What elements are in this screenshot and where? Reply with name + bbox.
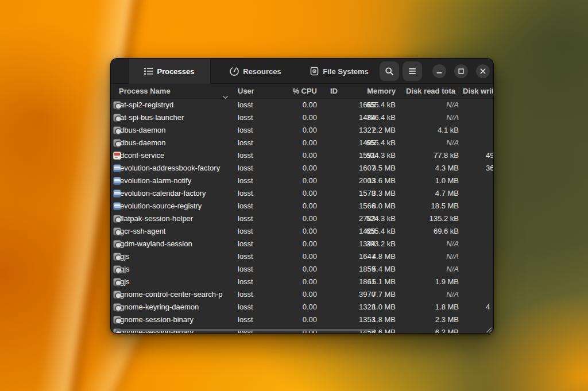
tab-resources[interactable]: Resources xyxy=(218,59,293,84)
process-row[interactable]: evolution-calendar-factory losst 0.00 15… xyxy=(111,187,493,200)
process-row[interactable]: evolution-addressbook-factory losst 0.00… xyxy=(111,162,493,175)
memory-cell: 13.6 MB xyxy=(351,175,396,187)
column-header-process-name[interactable]: Process Name xyxy=(119,84,171,99)
process-row[interactable]: gnome-session-binary losst 0.00 1353 1.8… xyxy=(111,313,493,326)
minimize-button[interactable] xyxy=(432,64,446,78)
cpu-cell: 0.00 xyxy=(277,175,317,187)
process-name-cell: dconf-service xyxy=(120,149,233,162)
tab-file-systems[interactable]: File Systems xyxy=(296,59,383,84)
process-list-icon xyxy=(144,67,153,75)
column-header-id[interactable]: ID xyxy=(330,84,338,99)
memory-cell: 7.7 MB xyxy=(351,288,396,301)
user-cell: losst xyxy=(238,301,271,313)
disk-read-cell: 2.3 MB xyxy=(401,313,459,326)
process-name-cell: gjs xyxy=(120,263,233,276)
disk-read-cell: 135.2 kB xyxy=(401,212,459,225)
disk-read-cell: N/A xyxy=(401,250,459,263)
process-row[interactable]: at-spi2-registryd losst 0.00 1665 655.4 … xyxy=(111,99,493,111)
process-row[interactable]: evolution-source-registry losst 0.00 156… xyxy=(111,200,493,212)
disk-read-cell: 77.8 kB xyxy=(401,149,459,162)
process-name-cell: dbus-daemon xyxy=(120,124,233,137)
disk-read-cell: 69.6 kB xyxy=(401,225,459,238)
memory-cell: 8.0 MB xyxy=(351,200,396,212)
cpu-cell: 0.00 xyxy=(277,200,317,212)
memory-cell: 393.2 kB xyxy=(351,238,396,250)
disk-read-cell: N/A xyxy=(401,288,459,301)
user-cell: losst xyxy=(238,149,271,162)
user-cell: losst xyxy=(238,175,271,187)
process-name-cell: evolution-source-registry xyxy=(120,200,233,212)
cpu-cell: 0.00 xyxy=(277,301,317,313)
process-name-cell: gjs xyxy=(120,250,233,263)
disk-icon xyxy=(310,67,319,76)
process-row[interactable]: gnome-control-center-search-p losst 0.00… xyxy=(111,288,493,301)
search-button[interactable] xyxy=(380,61,399,81)
memory-cell: 655.4 kB xyxy=(351,225,396,238)
column-header-cpu[interactable]: % CPU xyxy=(272,84,317,99)
window-resize-grip[interactable] xyxy=(485,325,492,332)
user-cell: losst xyxy=(238,276,271,288)
disk-read-cell: N/A xyxy=(401,238,459,250)
process-name-cell: gcr-ssh-agent xyxy=(120,225,233,238)
process-name-cell: gjs xyxy=(120,276,233,288)
process-row[interactable]: dbus-daemon losst 0.00 1495 655.4 kB N/A xyxy=(111,137,493,149)
speedometer-icon xyxy=(230,67,239,76)
column-header-user[interactable]: User xyxy=(238,84,254,99)
headerbar: Processes Resources File Systems xyxy=(111,59,493,84)
cpu-cell: 0.00 xyxy=(277,288,317,301)
process-row[interactable]: dconf-service losst 0.00 1591 524.3 kB 7… xyxy=(111,149,493,162)
process-row[interactable]: flatpak-session-helper losst 0.00 2783 5… xyxy=(111,212,493,225)
desktop: Processes Resources File Systems xyxy=(0,0,588,391)
process-row[interactable]: at-spi-bus-launcher losst 0.00 1484 786.… xyxy=(111,111,493,124)
cpu-cell: 0.00 xyxy=(277,111,317,124)
disk-read-cell: 1.8 MB xyxy=(401,301,459,313)
disk-read-cell: 6.2 MB xyxy=(401,326,459,333)
process-row[interactable]: gcr-ssh-agent losst 0.00 1423 655.4 kB 6… xyxy=(111,225,493,238)
user-cell: losst xyxy=(238,238,271,250)
column-header-disk-read-total[interactable]: Disk read tota xyxy=(406,84,459,99)
cpu-cell: 0.00 xyxy=(277,313,317,326)
process-name-cell: gnome-control-center-search-p xyxy=(120,288,233,301)
process-row[interactable]: gnome-keyring-daemon losst 0.00 1328 1.0… xyxy=(111,301,493,313)
disk-read-cell: N/A xyxy=(401,99,459,111)
tab-processes[interactable]: Processes xyxy=(128,59,211,84)
column-header-disk-write[interactable]: Disk writ xyxy=(463,84,494,99)
minimize-icon xyxy=(436,68,442,74)
process-row[interactable]: gjs losst 0.00 1859 5.4 MB N/A xyxy=(111,263,493,276)
process-row[interactable]: gdm-wayland-session losst 0.00 1344 393.… xyxy=(111,238,493,250)
disk-read-cell: N/A xyxy=(401,111,459,124)
disk-read-cell: 4.1 kB xyxy=(401,124,459,137)
column-header-memory[interactable]: Memory xyxy=(352,84,396,99)
cpu-cell: 0.00 xyxy=(277,162,317,175)
memory-cell: 3.3 MB xyxy=(351,187,396,200)
user-cell: losst xyxy=(238,162,271,175)
memory-cell: 655.4 kB xyxy=(351,137,396,149)
process-row[interactable]: gjs losst 0.00 1647 4.8 MB N/A xyxy=(111,250,493,263)
cpu-cell: 0.00 xyxy=(277,137,317,149)
process-row[interactable]: evolution-alarm-notify losst 0.00 2003 1… xyxy=(111,175,493,187)
memory-cell: 1.8 MB xyxy=(351,313,396,326)
maximize-button[interactable] xyxy=(454,64,468,78)
user-cell: losst xyxy=(238,288,271,301)
process-name-cell: at-spi2-registryd xyxy=(120,99,233,111)
menu-button[interactable] xyxy=(403,61,422,81)
disk-read-cell: 4.3 MB xyxy=(401,162,459,175)
search-icon xyxy=(385,67,394,76)
user-cell: losst xyxy=(238,250,271,263)
cpu-cell: 0.00 xyxy=(277,124,317,137)
memory-cell: 524.3 kB xyxy=(351,149,396,162)
memory-cell: 786.4 kB xyxy=(351,111,396,124)
memory-cell: 15.1 MB xyxy=(351,276,396,288)
process-row[interactable]: dbus-daemon losst 0.00 1327 2.2 MB 4.1 k… xyxy=(111,124,493,137)
process-row[interactable]: gjs losst 0.00 1861 15.1 MB 1.9 MB xyxy=(111,276,493,288)
process-table-body: at-spi2-registryd losst 0.00 1665 655.4 … xyxy=(111,99,493,333)
process-name-cell: evolution-calendar-factory xyxy=(120,187,233,200)
close-button[interactable] xyxy=(476,64,490,78)
disk-write-cell: 36 xyxy=(486,162,493,175)
user-cell: losst xyxy=(238,137,271,149)
horizontal-scrollbar-thumb[interactable] xyxy=(115,329,374,331)
cpu-cell: 0.00 xyxy=(277,263,317,276)
cpu-cell: 0.00 xyxy=(277,225,317,238)
tab-label: File Systems xyxy=(323,67,369,76)
memory-cell: 5.4 MB xyxy=(351,263,396,276)
